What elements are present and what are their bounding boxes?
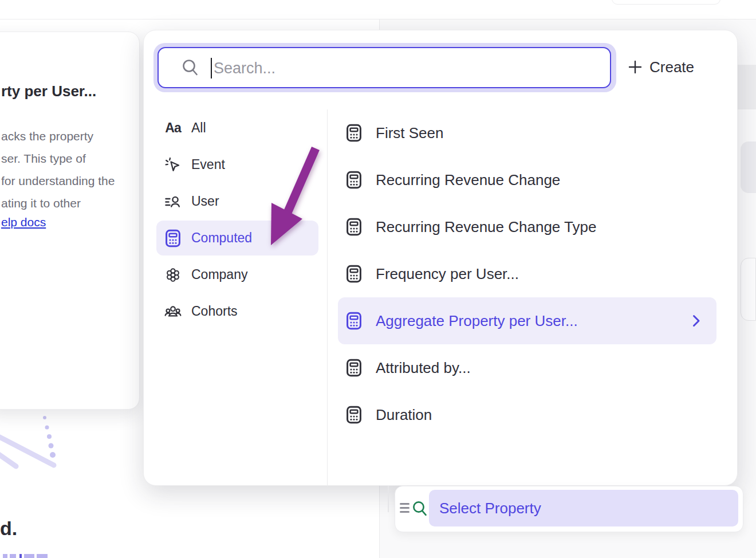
help-docs-link[interactable]: elp docs bbox=[1, 215, 46, 229]
screen: d. rty per User... acks the property ser… bbox=[0, 0, 756, 558]
tooltip-line: ser. This type of bbox=[1, 147, 115, 170]
category-label: Company bbox=[191, 267, 247, 282]
property-row-first-seen[interactable]: First Seen bbox=[338, 109, 716, 156]
category-tab-computed[interactable]: Computed bbox=[156, 221, 318, 256]
calculator-icon bbox=[346, 218, 362, 236]
user-list-icon bbox=[164, 193, 182, 210]
calculator-icon bbox=[346, 406, 362, 424]
property-row-recurring-revenue-change-type[interactable]: Recurring Revenue Change Type bbox=[338, 203, 716, 250]
category-tab-cohorts[interactable]: Cohorts bbox=[156, 294, 318, 329]
calculator-icon bbox=[346, 312, 362, 330]
select-property-card: Select Property bbox=[395, 486, 743, 532]
clipped-text-fragment: d. bbox=[0, 517, 17, 540]
category-label: All bbox=[191, 120, 206, 136]
search-icon bbox=[182, 58, 199, 77]
property-label: Attributed by... bbox=[376, 359, 471, 377]
property-label: Aggregate Property per User... bbox=[376, 312, 578, 330]
category-tab-company[interactable]: Company bbox=[156, 257, 318, 292]
tooltip-title: rty per User... bbox=[1, 82, 96, 100]
property-row-attributed-by[interactable]: Attributed by... bbox=[338, 344, 716, 391]
property-row-recurring-revenue-change[interactable]: Recurring Revenue Change bbox=[338, 156, 716, 203]
property-row-frequency-per-user[interactable]: Frequency per User... bbox=[338, 250, 716, 297]
property-row-duration[interactable]: Duration bbox=[338, 391, 716, 438]
category-tab-user[interactable]: User bbox=[156, 184, 318, 219]
category-label: User bbox=[191, 194, 219, 209]
category-tab-event[interactable]: Event bbox=[156, 147, 318, 182]
background-card-edge-2 bbox=[741, 258, 756, 321]
select-property-label: Select Property bbox=[439, 500, 541, 517]
background-band-right bbox=[735, 65, 756, 109]
property-label: Duration bbox=[376, 406, 432, 424]
calculator-icon bbox=[346, 124, 362, 142]
category-tab-all[interactable]: Aa All bbox=[156, 111, 318, 146]
property-label: Frequency per User... bbox=[376, 265, 519, 283]
company-cluster-icon bbox=[164, 266, 182, 284]
plus-icon bbox=[628, 60, 642, 74]
tooltip-description: acks the property ser. This type of for … bbox=[1, 125, 115, 214]
background-edge-tick bbox=[388, 486, 389, 512]
search-property-icon bbox=[412, 500, 428, 517]
property-label: Recurring Revenue Change Type bbox=[376, 218, 596, 236]
property-label: First Seen bbox=[376, 124, 444, 142]
top-divider-line bbox=[0, 19, 756, 19]
cohorts-people-icon bbox=[164, 303, 182, 320]
background-card-edge-1 bbox=[741, 142, 756, 193]
aa-text-icon: Aa bbox=[164, 120, 182, 137]
select-property-button[interactable]: Select Property bbox=[429, 490, 738, 526]
create-button-label: Create bbox=[649, 58, 694, 76]
property-help-tooltip: rty per User... acks the property ser. T… bbox=[0, 32, 140, 410]
tooltip-line: ating it to other bbox=[1, 192, 115, 214]
property-row-aggregate-property-per-user[interactable]: Aggregate Property per User... bbox=[338, 297, 716, 344]
background-card-top bbox=[612, 0, 720, 5]
search-input[interactable] bbox=[214, 57, 534, 79]
calculator-icon bbox=[346, 171, 362, 189]
category-label: Computed bbox=[191, 230, 252, 246]
text-caret bbox=[211, 58, 212, 78]
property-label: Recurring Revenue Change bbox=[376, 171, 560, 189]
drag-handle-icon[interactable] bbox=[400, 503, 410, 513]
chevron-right-icon bbox=[692, 315, 700, 327]
tooltip-line: for understanding the bbox=[1, 170, 115, 192]
search-field[interactable] bbox=[158, 47, 611, 88]
property-selector-modal: Create Aa All Event bbox=[143, 30, 738, 486]
create-button[interactable]: Create bbox=[628, 52, 731, 82]
cursor-click-icon bbox=[164, 156, 182, 174]
calculator-icon bbox=[346, 359, 362, 377]
tooltip-line: acks the property bbox=[1, 125, 115, 147]
category-label: Cohorts bbox=[191, 304, 238, 319]
calculator-icon bbox=[164, 230, 182, 247]
category-label: Event bbox=[191, 157, 225, 172]
modal-column-divider bbox=[327, 109, 328, 486]
clipped-link-fragment bbox=[3, 554, 48, 558]
calculator-icon bbox=[346, 265, 362, 283]
